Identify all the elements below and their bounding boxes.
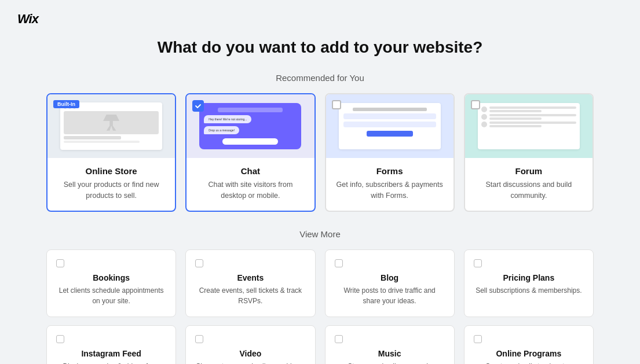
card-instagram-feed[interactable]: Instagram Feed Display your pics & video…: [46, 325, 176, 365]
card-desc-video: Share, stream and sell your videos.: [195, 361, 305, 365]
card-title-instagram-feed: Instagram Feed: [56, 349, 166, 358]
checkbox-instagram-feed[interactable]: [56, 335, 64, 343]
card-video[interactable]: Video Share, stream and sell your videos…: [185, 325, 315, 365]
card-title-video: Video: [195, 349, 305, 358]
card-desc-blog: Write posts to drive traffic and share y…: [335, 285, 445, 306]
card-online-programs[interactable]: Online Programs Create and sell step-by-…: [464, 325, 594, 365]
built-in-badge: Built-In: [53, 100, 79, 108]
card-desc-instagram-feed: Display your pics & videos from Instagra…: [56, 361, 166, 365]
checkbox-bookings[interactable]: [56, 259, 64, 267]
mini-forms-preview: [339, 103, 441, 149]
card-forms[interactable]: Forms Get info, subscribers & payments w…: [325, 93, 455, 212]
checkbox-video[interactable]: [195, 335, 203, 343]
mini-forum-preview: [478, 103, 580, 149]
card-thumb-chat: Hey there! We're not storing... Drop us …: [186, 94, 314, 158]
card-thumb-online-store: Built-In: [47, 94, 175, 158]
card-title-pricing-plans: Pricing Plans: [474, 273, 584, 282]
checkbox-events[interactable]: [195, 259, 203, 267]
checkbox-forms: [332, 100, 341, 109]
checkbox-forum: [471, 100, 480, 109]
card-title-bookings: Bookings: [56, 273, 166, 282]
card-music[interactable]: Music Stream and sell your music commiss…: [325, 325, 455, 365]
card-events[interactable]: Events Create events, sell tickets & tra…: [185, 249, 315, 317]
checkbox-blog[interactable]: [335, 259, 343, 267]
card-desc-music: Stream and sell your music commission fr…: [335, 361, 445, 365]
card-thumb-forum: [465, 94, 593, 158]
checkbox-online-programs[interactable]: [474, 335, 482, 343]
card-bookings[interactable]: Bookings Let clients schedule appointmen…: [46, 249, 176, 317]
card-title-online-programs: Online Programs: [474, 349, 584, 358]
card-pricing-plans[interactable]: Pricing Plans Sell subscriptions & membe…: [464, 249, 594, 317]
card-desc-events: Create events, sell tickets & track RSVP…: [195, 285, 305, 306]
card-online-store[interactable]: Built-In Online Store Sell your pr: [46, 93, 176, 212]
card-desc-forum: Start discussions and build community.: [474, 179, 583, 201]
card-chat[interactable]: Hey there! We're not storing... Drop us …: [185, 93, 315, 212]
card-body-forms: Forms Get info, subscribers & payments w…: [326, 158, 454, 211]
view-more-label: View More: [46, 229, 594, 239]
card-title-forum: Forum: [474, 166, 583, 176]
card-desc-online-store: Sell your products or find new products …: [57, 179, 166, 201]
card-forum[interactable]: Forum Start discussions and build commun…: [464, 93, 594, 212]
mini-store-preview: [60, 102, 162, 150]
view-more-row-1: Bookings Let clients schedule appointmen…: [46, 249, 594, 317]
card-desc-online-programs: Create and sell step-by-step training pr…: [474, 361, 584, 365]
logo[interactable]: Wix: [0, 0, 640, 38]
card-title-music: Music: [335, 349, 445, 358]
card-title-chat: Chat: [196, 166, 305, 176]
card-body-forum: Forum Start discussions and build commun…: [465, 158, 593, 211]
card-desc-bookings: Let clients schedule appointments on you…: [56, 285, 166, 306]
card-body-online-store: Online Store Sell your products or find …: [47, 158, 175, 211]
card-desc-pricing-plans: Sell subscriptions & memberships.: [474, 285, 584, 296]
view-more-row-2: Instagram Feed Display your pics & video…: [46, 325, 594, 365]
card-title-online-store: Online Store: [57, 166, 166, 176]
mini-chat-preview: Hey there! We're not storing... Drop us …: [199, 103, 301, 149]
checkbox-music[interactable]: [335, 335, 343, 343]
card-thumb-forms: [326, 94, 454, 158]
card-blog[interactable]: Blog Write posts to drive traffic and sh…: [325, 249, 455, 317]
card-desc-chat: Chat with site visitors from desktop or …: [196, 179, 305, 201]
card-title-events: Events: [195, 273, 305, 282]
card-desc-forms: Get info, subscribers & payments with Fo…: [335, 179, 444, 201]
card-title-forms: Forms: [335, 166, 444, 176]
card-title-blog: Blog: [335, 273, 445, 282]
card-body-chat: Chat Chat with site visitors from deskto…: [186, 158, 314, 211]
recommended-label: Recommended for You: [46, 73, 594, 83]
recommended-cards-row: Built-In Online Store Sell your pr: [46, 93, 594, 212]
page-heading: What do you want to add to your website?: [46, 38, 594, 57]
checkbox-pricing-plans[interactable]: [474, 259, 482, 267]
check-badge-chat: [192, 100, 204, 112]
